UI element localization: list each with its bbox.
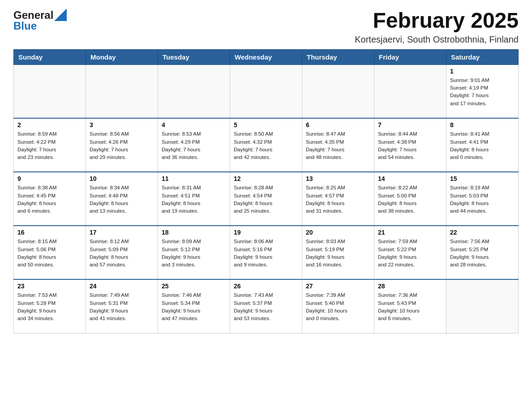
calendar-week-row: 2Sunrise: 8:59 AMSunset: 4:22 PMDaylight…: [14, 118, 519, 172]
day-info: Sunrise: 8:50 AMSunset: 4:32 PMDaylight:…: [234, 130, 298, 161]
day-info: Sunrise: 7:46 AMSunset: 5:34 PMDaylight:…: [162, 291, 226, 322]
day-info: Sunrise: 8:53 AMSunset: 4:29 PMDaylight:…: [162, 130, 226, 161]
day-info: Sunrise: 8:28 AMSunset: 4:54 PMDaylight:…: [234, 184, 298, 215]
svg-marker-0: [54, 9, 67, 21]
calendar-cell: 22Sunrise: 7:56 AMSunset: 5:25 PMDayligh…: [446, 226, 519, 279]
day-number: 11: [162, 175, 226, 182]
calendar-cell: 21Sunrise: 7:59 AMSunset: 5:22 PMDayligh…: [374, 226, 446, 279]
day-info: Sunrise: 7:56 AMSunset: 5:25 PMDaylight:…: [450, 238, 515, 269]
calendar-header-row: SundayMondayTuesdayWednesdayThursdayFrid…: [14, 49, 519, 64]
day-number: 4: [162, 121, 226, 128]
calendar-cell: 20Sunrise: 8:03 AMSunset: 5:19 PMDayligh…: [302, 226, 374, 279]
calendar-cell: 10Sunrise: 8:34 AMSunset: 4:48 PMDayligh…: [86, 172, 158, 226]
day-info: Sunrise: 8:03 AMSunset: 5:19 PMDaylight:…: [306, 238, 370, 269]
day-number: 16: [17, 229, 82, 236]
calendar-cell: [14, 64, 86, 118]
day-number: 24: [90, 283, 154, 290]
day-number: 23: [17, 283, 82, 290]
page-header: General Blue February 2025 Kortesjaervi,…: [13, 9, 519, 45]
calendar-cell: 1Sunrise: 9:01 AMSunset: 4:19 PMDaylight…: [446, 64, 519, 118]
title-block: February 2025 Kortesjaervi, South Ostrob…: [355, 9, 519, 45]
day-number: 15: [450, 175, 515, 182]
day-info: Sunrise: 8:47 AMSunset: 4:35 PMDaylight:…: [306, 130, 370, 161]
day-info: Sunrise: 8:06 AMSunset: 5:16 PMDaylight:…: [234, 238, 298, 269]
day-number: 27: [306, 283, 370, 290]
calendar-cell: 27Sunrise: 7:39 AMSunset: 5:40 PMDayligh…: [302, 279, 374, 333]
day-info: Sunrise: 8:38 AMSunset: 4:45 PMDaylight:…: [17, 184, 82, 215]
day-number: 28: [378, 283, 442, 290]
day-info: Sunrise: 8:56 AMSunset: 4:26 PMDaylight:…: [90, 130, 154, 161]
calendar-cell: 17Sunrise: 8:12 AMSunset: 5:09 PMDayligh…: [86, 226, 158, 279]
weekday-header-sunday: Sunday: [14, 49, 86, 64]
day-number: 10: [90, 175, 154, 182]
day-number: 18: [162, 229, 226, 236]
day-number: 13: [306, 175, 370, 182]
day-number: 2: [17, 121, 82, 128]
day-info: Sunrise: 8:09 AMSunset: 5:12 PMDaylight:…: [162, 238, 226, 269]
calendar-cell: 9Sunrise: 8:38 AMSunset: 4:45 PMDaylight…: [14, 172, 86, 226]
weekday-header-friday: Friday: [374, 49, 446, 64]
calendar-week-row: 1Sunrise: 9:01 AMSunset: 4:19 PMDaylight…: [14, 64, 519, 118]
calendar-cell: [302, 64, 374, 118]
calendar-cell: 2Sunrise: 8:59 AMSunset: 4:22 PMDaylight…: [14, 118, 86, 172]
calendar-cell: 23Sunrise: 7:53 AMSunset: 5:28 PMDayligh…: [14, 279, 86, 333]
weekday-header-saturday: Saturday: [446, 49, 519, 64]
day-info: Sunrise: 7:59 AMSunset: 5:22 PMDaylight:…: [378, 238, 442, 269]
day-number: 7: [378, 121, 442, 128]
calendar-cell: 3Sunrise: 8:56 AMSunset: 4:26 PMDaylight…: [86, 118, 158, 172]
day-number: 8: [450, 121, 515, 128]
day-info: Sunrise: 8:59 AMSunset: 4:22 PMDaylight:…: [17, 130, 82, 161]
calendar-cell: 25Sunrise: 7:46 AMSunset: 5:34 PMDayligh…: [158, 279, 230, 333]
calendar-cell: 18Sunrise: 8:09 AMSunset: 5:12 PMDayligh…: [158, 226, 230, 279]
day-number: 25: [162, 283, 226, 290]
calendar-cell: 14Sunrise: 8:22 AMSunset: 5:00 PMDayligh…: [374, 172, 446, 226]
calendar-cell: [86, 64, 158, 118]
calendar-cell: 16Sunrise: 8:15 AMSunset: 5:06 PMDayligh…: [14, 226, 86, 279]
day-number: 22: [450, 229, 515, 236]
logo-triangle-icon: [54, 9, 67, 21]
logo: General Blue: [13, 9, 67, 32]
calendar-cell: 15Sunrise: 8:19 AMSunset: 5:03 PMDayligh…: [446, 172, 519, 226]
calendar-cell: 24Sunrise: 7:49 AMSunset: 5:31 PMDayligh…: [86, 279, 158, 333]
day-number: 26: [234, 283, 298, 290]
calendar-cell: 7Sunrise: 8:44 AMSunset: 4:38 PMDaylight…: [374, 118, 446, 172]
day-info: Sunrise: 8:19 AMSunset: 5:03 PMDaylight:…: [450, 184, 515, 215]
calendar-cell: 13Sunrise: 8:25 AMSunset: 4:57 PMDayligh…: [302, 172, 374, 226]
day-info: Sunrise: 7:53 AMSunset: 5:28 PMDaylight:…: [17, 291, 82, 322]
day-info: Sunrise: 9:01 AMSunset: 4:19 PMDaylight:…: [450, 77, 515, 107]
calendar-cell: 6Sunrise: 8:47 AMSunset: 4:35 PMDaylight…: [302, 118, 374, 172]
day-number: 5: [234, 121, 298, 128]
calendar-cell: 12Sunrise: 8:28 AMSunset: 4:54 PMDayligh…: [230, 172, 302, 226]
day-number: 17: [90, 229, 154, 236]
day-info: Sunrise: 7:36 AMSunset: 5:43 PMDaylight:…: [378, 291, 442, 322]
weekday-header-thursday: Thursday: [302, 49, 374, 64]
calendar-week-row: 16Sunrise: 8:15 AMSunset: 5:06 PMDayligh…: [14, 226, 519, 279]
weekday-header-tuesday: Tuesday: [158, 49, 230, 64]
calendar-cell: [230, 64, 302, 118]
day-number: 1: [450, 68, 515, 75]
calendar-cell: [446, 279, 519, 333]
day-info: Sunrise: 8:44 AMSunset: 4:38 PMDaylight:…: [378, 130, 442, 161]
weekday-header-monday: Monday: [86, 49, 158, 64]
calendar-cell: 4Sunrise: 8:53 AMSunset: 4:29 PMDaylight…: [158, 118, 230, 172]
day-info: Sunrise: 8:31 AMSunset: 4:51 PMDaylight:…: [162, 184, 226, 215]
day-number: 19: [234, 229, 298, 236]
calendar-cell: 11Sunrise: 8:31 AMSunset: 4:51 PMDayligh…: [158, 172, 230, 226]
day-info: Sunrise: 8:22 AMSunset: 5:00 PMDaylight:…: [378, 184, 442, 215]
weekday-header-wednesday: Wednesday: [230, 49, 302, 64]
day-number: 21: [378, 229, 442, 236]
calendar-cell: [158, 64, 230, 118]
day-info: Sunrise: 7:49 AMSunset: 5:31 PMDaylight:…: [90, 291, 154, 322]
day-number: 3: [90, 121, 154, 128]
location-subtitle: Kortesjaervi, South Ostrobothnia, Finlan…: [355, 34, 519, 45]
day-info: Sunrise: 7:43 AMSunset: 5:37 PMDaylight:…: [234, 291, 298, 322]
day-info: Sunrise: 8:41 AMSunset: 4:41 PMDaylight:…: [450, 130, 515, 161]
month-title: February 2025: [355, 9, 519, 33]
calendar-cell: [374, 64, 446, 118]
calendar-cell: 26Sunrise: 7:43 AMSunset: 5:37 PMDayligh…: [230, 279, 302, 333]
day-number: 14: [378, 175, 442, 182]
day-number: 12: [234, 175, 298, 182]
calendar-cell: 8Sunrise: 8:41 AMSunset: 4:41 PMDaylight…: [446, 118, 519, 172]
calendar-cell: 28Sunrise: 7:36 AMSunset: 5:43 PMDayligh…: [374, 279, 446, 333]
day-info: Sunrise: 8:34 AMSunset: 4:48 PMDaylight:…: [90, 184, 154, 215]
